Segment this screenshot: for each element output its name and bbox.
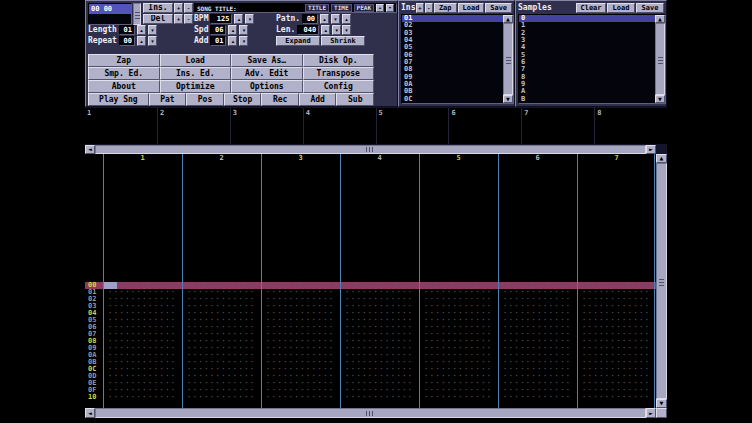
title-down-button[interactable]: ▾ — [386, 4, 394, 12]
channel-scope[interactable]: 1 — [85, 108, 158, 144]
pattern-cell[interactable]: ············ — [577, 310, 656, 317]
scroll-right-icon[interactable]: ► — [646, 145, 656, 154]
pattern-cell[interactable]: ············ — [103, 282, 182, 289]
instrument-plus-button[interactable]: + — [416, 3, 424, 13]
pattern-cell[interactable]: ············ — [340, 331, 419, 338]
channel-header[interactable]: 6 — [498, 154, 577, 163]
pattern-cell[interactable]: ············ — [261, 331, 340, 338]
menu-button-smp-ed[interactable]: Smp. Ed. — [88, 67, 160, 80]
pattern-hscrollbar-bottom-track[interactable] — [95, 408, 646, 418]
sample-scrollbar-track[interactable] — [655, 23, 665, 95]
pattern-cell[interactable]: ············ — [261, 296, 340, 303]
pattern-cell[interactable]: ············ — [419, 387, 498, 394]
order-list-entry-empty[interactable] — [89, 14, 131, 24]
channel-scope[interactable]: 2 — [158, 108, 231, 144]
pattern-cell[interactable]: ············ — [498, 303, 577, 310]
pattern-cell[interactable]: ············ — [498, 380, 577, 387]
pattern-cell[interactable]: ············ — [577, 387, 656, 394]
pattern-cell[interactable]: ············ — [340, 324, 419, 331]
pattern-cell[interactable]: ············ — [340, 289, 419, 296]
pattern-list-down-button[interactable]: ▾ — [342, 25, 351, 35]
pattern-cell[interactable]: ············ — [103, 394, 182, 401]
pattern-cell[interactable]: ············ — [261, 394, 340, 401]
pattern-row[interactable]: 0C······································… — [85, 366, 656, 373]
pattern-row[interactable]: 08······································… — [85, 338, 656, 345]
pattern-cell[interactable]: ············ — [419, 310, 498, 317]
pattern-cell[interactable]: ············ — [577, 303, 656, 310]
add-up-button[interactable]: ▴ — [228, 36, 237, 46]
menu-button-pat[interactable]: Pat — [149, 93, 187, 106]
pattern-hscrollbar-top-track[interactable] — [95, 145, 646, 154]
instrument-zap-button[interactable]: Zap — [434, 3, 457, 13]
pattern-cell[interactable]: ············ — [577, 282, 656, 289]
sample-save-button[interactable]: Save — [636, 3, 664, 13]
pattern-cell[interactable]: ············ — [182, 352, 261, 359]
channel-scope[interactable]: 8 — [595, 108, 667, 144]
pattern-cell[interactable]: ············ — [182, 387, 261, 394]
pattern-cell[interactable]: ············ — [261, 338, 340, 345]
scroll-down-icon[interactable]: ▼ — [503, 95, 513, 103]
pattern-cell[interactable]: ············ — [419, 282, 498, 289]
instrument-item[interactable]: 02 — [402, 22, 503, 29]
menu-button-config[interactable]: Config — [303, 80, 375, 93]
pattern-cell[interactable]: ············ — [577, 338, 656, 345]
menu-button-ins-ed[interactable]: Ins. Ed. — [160, 67, 232, 80]
channel-header[interactable]: 2 — [182, 154, 261, 163]
pattern-cell[interactable]: ············ — [419, 289, 498, 296]
channel-scope[interactable]: 3 — [231, 108, 304, 144]
channel-scope[interactable]: 6 — [449, 108, 522, 144]
pattern-cell[interactable]: ············ — [498, 324, 577, 331]
pattern-cell[interactable]: ············ — [103, 310, 182, 317]
pattern-row[interactable]: 05······································… — [85, 317, 656, 324]
pattern-cell[interactable]: ············ — [103, 352, 182, 359]
channel-scope[interactable]: 7 — [522, 108, 595, 144]
channel-header[interactable]: 4 — [340, 154, 419, 163]
instrument-scrollbar-track[interactable] — [503, 23, 513, 95]
length-up-button[interactable]: ▴ — [137, 25, 146, 35]
instrument-item[interactable]: 0B — [402, 88, 503, 95]
sample-item[interactable]: 3 — [519, 37, 655, 44]
pattern-cell[interactable]: ············ — [182, 373, 261, 380]
order-next-button[interactable]: + — [174, 14, 183, 24]
sample-item[interactable]: 0 — [519, 15, 655, 22]
pattern-cell[interactable]: ············ — [498, 394, 577, 401]
pattern-cell[interactable]: ············ — [419, 380, 498, 387]
pattern-cell[interactable]: ············ — [419, 324, 498, 331]
pattern-cell[interactable]: ············ — [261, 324, 340, 331]
pattern-cell[interactable]: ············ — [498, 296, 577, 303]
pattern-cell[interactable]: ············ — [419, 359, 498, 366]
pattern-cell[interactable]: ············ — [419, 345, 498, 352]
pattern-cell[interactable]: ············ — [182, 324, 261, 331]
instrument-item[interactable]: 04 — [402, 37, 503, 44]
sample-item[interactable]: 7 — [519, 66, 655, 73]
order-list[interactable]: 00 00 — [88, 3, 132, 25]
pattern-row[interactable]: 07······································… — [85, 331, 656, 338]
pattern-row[interactable]: 04······································… — [85, 310, 656, 317]
order-delete-button[interactable]: Del — [143, 14, 173, 24]
pattern-cell[interactable]: ············ — [577, 289, 656, 296]
pattern-cell[interactable]: ············ — [419, 366, 498, 373]
menu-button-options[interactable]: Options — [231, 80, 303, 93]
pattern-length-up-button[interactable]: ▴ — [321, 25, 330, 35]
channel-scope[interactable]: 4 — [304, 108, 377, 144]
pattern-row[interactable]: 06······································… — [85, 324, 656, 331]
pattern-cell[interactable]: ············ — [103, 387, 182, 394]
instrument-item[interactable]: 06 — [402, 52, 503, 59]
pattern-row[interactable]: 0F······································… — [85, 387, 656, 394]
pattern-cell[interactable]: ············ — [103, 338, 182, 345]
pattern-list-up-button[interactable]: ▴ — [342, 14, 351, 24]
instrument-item[interactable]: 08 — [402, 66, 503, 73]
pattern-cell[interactable]: ············ — [498, 338, 577, 345]
pattern-cell[interactable]: ············ — [261, 373, 340, 380]
instrument-item[interactable]: 05 — [402, 44, 503, 51]
pattern-vscrollbar-track[interactable] — [656, 163, 667, 399]
pattern-cell[interactable]: ············ — [340, 338, 419, 345]
length-down-button[interactable]: ▾ — [148, 25, 157, 35]
menu-button-sub[interactable]: Sub — [336, 93, 374, 106]
pattern-cell[interactable]: ············ — [498, 310, 577, 317]
sample-clear-button[interactable]: Clear — [576, 3, 606, 13]
pattern-row[interactable]: 0E······································… — [85, 380, 656, 387]
instrument-item[interactable]: 09 — [402, 74, 503, 81]
pattern-cell[interactable]: ············ — [419, 394, 498, 401]
pattern-cell[interactable]: ············ — [498, 359, 577, 366]
